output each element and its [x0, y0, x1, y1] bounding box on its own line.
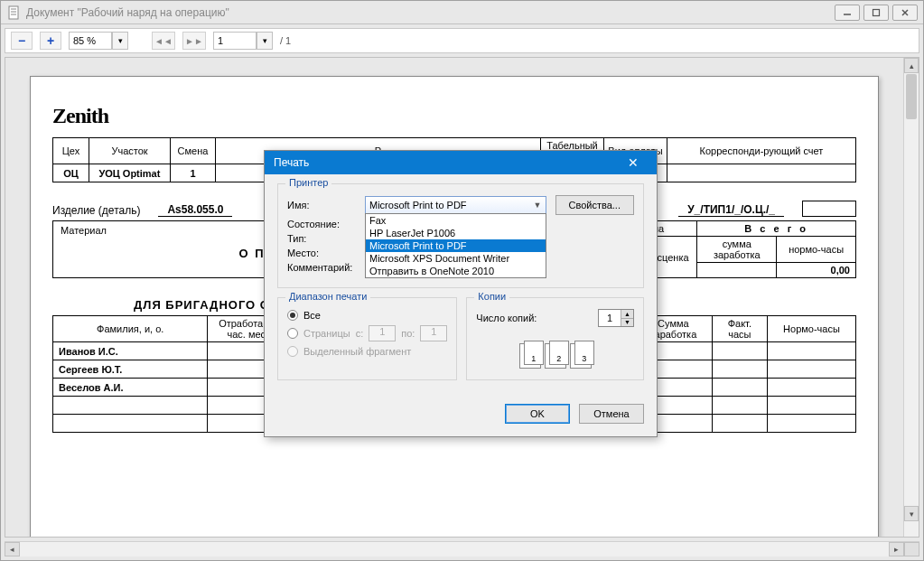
- print-dialog: Печать ✕ Принтер Имя: Microsoft Print to…: [264, 150, 658, 437]
- material-label: Материал: [61, 225, 107, 236]
- copies-fieldset: Копии Число копий: 1 ▲ ▼ 1 2 3: [466, 297, 644, 380]
- table-cell: [53, 397, 208, 415]
- table-cell: [712, 360, 767, 379]
- toolbar: − + 85 % ▾ ◄◄ ►► 1 ▾ / 1: [5, 28, 919, 53]
- cancel-button[interactable]: Отмена: [579, 404, 644, 424]
- zoom-dropdown-button[interactable]: ▾: [112, 32, 128, 50]
- table-cell: Веселов А.И.: [53, 379, 208, 397]
- sum-label: сумма заработка: [697, 237, 777, 263]
- scroll-thumb[interactable]: [906, 74, 917, 119]
- table-cell: [712, 415, 767, 433]
- hdr-col: Смена: [171, 138, 216, 164]
- state-label: Состояние:: [287, 219, 356, 229]
- hdr-cell: [667, 164, 856, 182]
- range-selection-label: Выделенный фрагмент: [303, 346, 411, 357]
- prev-page-button[interactable]: ◄◄: [152, 32, 175, 50]
- ok-button[interactable]: OK: [505, 404, 570, 424]
- titlebar: Документ "Рабочий наряд на операцию": [1, 1, 923, 24]
- sum-value: [697, 263, 777, 278]
- hdr-col: Цех: [53, 138, 89, 164]
- maximize-button[interactable]: [863, 5, 889, 21]
- collate-preview: 1 2 3: [476, 343, 634, 369]
- range-from-label: с:: [356, 328, 364, 339]
- document-icon: [6, 5, 21, 20]
- scroll-down-button[interactable]: ▾: [904, 506, 919, 521]
- range-legend: Диапазон печати: [285, 291, 370, 302]
- printer-name-combo[interactable]: Microsoft Print to PDF ▼ FaxHP LaserJet …: [365, 196, 546, 214]
- range-fieldset: Диапазон печати Все Страницы с: 1 по: 1 …: [277, 297, 457, 380]
- copies-label: Число копий:: [476, 313, 537, 323]
- range-pages-radio[interactable]: [287, 328, 298, 339]
- range-all-radio[interactable]: [287, 310, 298, 321]
- copies-value: 1: [599, 310, 621, 326]
- collate-icon: 1: [519, 343, 541, 369]
- place-label: Место:: [287, 248, 356, 258]
- table-cell: [767, 360, 855, 379]
- printer-option[interactable]: Microsoft XPS Document Writer: [366, 252, 546, 265]
- hdr-cell: ОЦ: [53, 164, 89, 182]
- scroll-right-button[interactable]: ▸: [889, 542, 904, 556]
- table-cell: Иванов И.С.: [53, 342, 208, 360]
- window-title: Документ "Рабочий наряд на операцию": [26, 6, 835, 19]
- properties-button[interactable]: Свойства...: [555, 195, 634, 215]
- copies-legend: Копии: [474, 291, 509, 302]
- zoom-in-button[interactable]: +: [40, 32, 61, 50]
- col-normo: Нормо-часы: [767, 316, 855, 342]
- hdr-cell: 1: [171, 164, 216, 182]
- next-page-button[interactable]: ►►: [182, 32, 206, 50]
- range-pages-label: Страницы: [303, 328, 350, 339]
- zoom-value[interactable]: 85 %: [69, 32, 112, 50]
- blank-box: [802, 201, 856, 217]
- copies-down-button[interactable]: ▼: [621, 318, 633, 327]
- collate-icon: 2: [545, 343, 566, 369]
- hdr-cell: УОЦ Optimat: [89, 164, 171, 182]
- printer-option[interactable]: Fax: [366, 214, 546, 227]
- range-to-input[interactable]: 1: [420, 325, 447, 341]
- table-cell: Сергеев Ю.Т.: [53, 360, 208, 379]
- dialog-titlebar[interactable]: Печать ✕: [265, 151, 657, 174]
- scroll-up-button[interactable]: ▴: [904, 58, 919, 73]
- type-label: Тип:: [287, 233, 356, 244]
- table-cell: [712, 397, 767, 415]
- dialog-title: Печать: [274, 156, 619, 169]
- printer-option[interactable]: Отправить в OneNote 2010: [366, 265, 546, 277]
- scroll-left-button[interactable]: ◂: [5, 542, 20, 556]
- horizontal-scrollbar[interactable]: ◂ ▸: [5, 541, 919, 556]
- minimize-button[interactable]: [835, 5, 860, 21]
- chevron-down-icon: ▼: [534, 201, 542, 210]
- table-cell: [767, 379, 855, 397]
- table-cell: [712, 379, 767, 397]
- svg-rect-5: [873, 9, 880, 15]
- scroll-corner: [904, 542, 919, 556]
- col-fact: Факт. часы: [712, 316, 767, 342]
- page-input[interactable]: 1: [213, 32, 257, 50]
- hrs-value: 0,00: [777, 263, 856, 278]
- printer-option[interactable]: HP LaserJet P1006: [366, 227, 546, 239]
- range-from-input[interactable]: 1: [369, 325, 396, 341]
- vertical-scrollbar[interactable]: ▴ ▾: [903, 58, 919, 537]
- hdr-col: Корреспонди-рующий счет: [667, 138, 856, 164]
- range-to-label: по:: [401, 328, 415, 339]
- printer-name-dropdown-list[interactable]: FaxHP LaserJet P1006Microsoft Print to P…: [365, 213, 546, 278]
- page-dropdown-button[interactable]: ▾: [257, 32, 273, 50]
- detail-label: Изделие (деталь): [52, 204, 140, 217]
- hdr-col: Участок: [89, 138, 171, 164]
- close-button[interactable]: [892, 5, 918, 21]
- copies-spinner[interactable]: 1 ▲ ▼: [598, 309, 634, 327]
- dialog-close-button[interactable]: ✕: [619, 151, 648, 174]
- comment-label: Комментарий:: [287, 262, 352, 273]
- name-label: Имя:: [287, 200, 356, 210]
- collate-icon: 3: [570, 343, 592, 369]
- detail-value: As58.055.0: [158, 203, 232, 217]
- table-cell: [767, 415, 855, 433]
- zoom-out-button[interactable]: −: [11, 32, 33, 50]
- range-selection-radio[interactable]: [287, 346, 298, 357]
- route-value: У_/ТИП1/_/О.Ц./_: [678, 203, 784, 217]
- table-cell: [53, 415, 208, 433]
- copies-up-button[interactable]: ▲: [621, 310, 633, 318]
- printer-name-selected: Microsoft Print to PDF: [369, 200, 467, 210]
- total-heading: В с е г о: [697, 221, 856, 237]
- table-cell: [767, 342, 855, 360]
- printer-option[interactable]: Microsoft Print to PDF: [366, 239, 546, 252]
- svg-rect-0: [9, 6, 18, 19]
